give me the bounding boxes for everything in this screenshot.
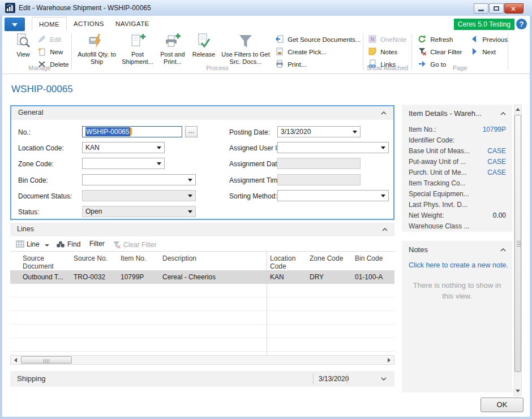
- create-note-link[interactable]: Click here to create a new note.: [409, 261, 508, 269]
- scroll-right-icon[interactable]: [388, 358, 391, 362]
- zone-code-dropdown[interactable]: [82, 158, 165, 169]
- fb-net-weight-value: 0.00: [493, 211, 506, 219]
- collapse-chevron-icon[interactable]: [500, 248, 506, 252]
- collapse-chevron-icon[interactable]: [500, 112, 506, 115]
- clear-filter-icon: [112, 240, 121, 249]
- fb-putaway-uom-link[interactable]: CASE: [487, 158, 506, 166]
- tab-navigate[interactable]: NAVIGATE: [109, 17, 156, 31]
- sorting-method-dropdown[interactable]: [277, 190, 389, 201]
- column-header-item-no[interactable]: Item No.: [121, 254, 146, 262]
- horizontal-scrollbar-thumb[interactable]: [21, 356, 72, 364]
- notes-button[interactable]: Notes: [368, 47, 397, 58]
- grid-top-border: [10, 251, 394, 252]
- find-button[interactable]: Find: [56, 240, 80, 248]
- filter-button[interactable]: Filter: [89, 240, 105, 248]
- post-shipment-button[interactable]: Post Shipment...: [120, 32, 155, 66]
- shipping-date-value[interactable]: 3/13/2020: [319, 375, 349, 383]
- tab-actions[interactable]: ACTIONS: [67, 17, 111, 31]
- column-header-source-no[interactable]: Source No.: [74, 254, 108, 262]
- vertical-scrollbar[interactable]: [514, 105, 522, 396]
- column-header-description[interactable]: Description: [162, 254, 196, 262]
- refresh-button[interactable]: Refresh: [418, 34, 453, 46]
- expand-chevron-icon[interactable]: [381, 377, 387, 381]
- get-source-documents-button[interactable]: Get Source Documents...: [275, 34, 361, 46]
- fb-purch-uom-link[interactable]: CASE: [487, 169, 506, 176]
- document-status-label: Document Status:: [18, 192, 72, 200]
- assigned-user-dropdown[interactable]: [277, 142, 389, 153]
- scroll-up-icon[interactable]: [516, 108, 520, 111]
- status-dropdown[interactable]: Open: [82, 206, 196, 217]
- divider: [347, 373, 347, 385]
- lines-clear-filter-button[interactable]: Clear Filter: [112, 240, 157, 249]
- scroll-left-icon[interactable]: [14, 358, 17, 362]
- create-pick-button[interactable]: Create Pick...: [275, 47, 327, 58]
- line-menu-button[interactable]: Line: [16, 240, 49, 248]
- new-button[interactable]: New: [37, 47, 63, 58]
- horizontal-scrollbar[interactable]: [10, 355, 394, 365]
- refresh-icon: [418, 34, 427, 44]
- autofill-qty-button[interactable]: Autofill Qty. to Ship: [75, 32, 119, 66]
- no-lookup-button[interactable]: ...: [185, 126, 198, 137]
- assignment-time-field: [277, 174, 361, 185]
- general-fasttab-header[interactable]: General: [11, 106, 393, 120]
- minimize-button[interactable]: [474, 3, 488, 14]
- previous-button[interactable]: Previous: [470, 34, 508, 46]
- grid-empty-row[interactable]: [10, 297, 394, 311]
- use-filters-button[interactable]: Use Filters to Get Src. Docs...: [218, 32, 273, 66]
- fb-base-uom-link[interactable]: CASE: [487, 147, 506, 155]
- shipping-header-label: Shipping: [17, 374, 46, 383]
- column-header-source-document[interactable]: Source Document: [23, 254, 69, 270]
- no-input[interactable]: WSHIP-00065: [82, 126, 182, 137]
- shipping-fasttab-header[interactable]: Shipping 3/13/2020: [10, 371, 394, 387]
- column-header-location-code[interactable]: Location Code: [270, 254, 303, 270]
- grid-empty-row[interactable]: [10, 325, 394, 338]
- grid-selected-row[interactable]: Outbound T... TRO-0032 10799P Cereal - C…: [10, 271, 394, 284]
- grid-empty-row[interactable]: [10, 311, 394, 325]
- fb-label: Item No.:: [409, 126, 436, 133]
- company-badge: Ceres 5.0 Testing: [454, 19, 514, 30]
- tab-home[interactable]: HOME: [32, 17, 67, 31]
- grid-empty-row[interactable]: [10, 284, 394, 297]
- ok-button[interactable]: OK: [480, 398, 524, 412]
- onenote-button[interactable]: N OneNote: [368, 34, 406, 46]
- grid-empty-row[interactable]: [10, 338, 394, 352]
- scroll-down-icon[interactable]: [516, 390, 520, 392]
- ribbon-separator: [411, 33, 412, 70]
- no-label: No.:: [18, 128, 31, 136]
- cell-source-document: Outbound T...: [23, 273, 63, 281]
- collapse-chevron-icon[interactable]: [381, 111, 387, 115]
- help-icon[interactable]: ?: [516, 19, 527, 29]
- dropdown-caret-icon: [188, 179, 192, 182]
- scrollbar-grip: [44, 359, 49, 363]
- notes-empty-text: There is nothing to show in this view.: [409, 280, 505, 302]
- app-window: Edit - Warehouse Shipment - WSHIP-00065 …: [0, 0, 532, 419]
- fb-label: Last Phys. Invt. D...: [409, 201, 467, 209]
- location-code-dropdown[interactable]: KAN: [82, 142, 165, 153]
- document-status-dropdown[interactable]: [82, 190, 196, 201]
- column-header-bin-code[interactable]: Bin Code: [355, 254, 383, 262]
- next-button[interactable]: Next: [470, 47, 496, 58]
- dropdown-caret-icon: [381, 195, 385, 197]
- application-menu-button[interactable]: [5, 18, 25, 31]
- lines-fasttab-header[interactable]: Lines: [10, 223, 394, 236]
- edit-button[interactable]: Edit: [37, 34, 61, 46]
- app-icon: [5, 3, 15, 13]
- clear-filter-button[interactable]: Clear Filter: [418, 47, 462, 58]
- autofill-qty-icon: [88, 33, 105, 50]
- item-details-factbox: Item Details - Wareh... Item No.: 10799P…: [402, 105, 512, 232]
- posting-date-dropdown[interactable]: 3/13/2020: [277, 126, 361, 137]
- release-button[interactable]: Release: [190, 32, 217, 58]
- bin-code-dropdown[interactable]: [82, 174, 196, 185]
- maximize-button[interactable]: [489, 3, 504, 14]
- collapse-chevron-icon[interactable]: [382, 228, 388, 231]
- dropdown-caret-icon: [188, 195, 192, 197]
- post-and-print-button[interactable]: Post and Print...: [156, 32, 189, 66]
- status-label: Status:: [18, 208, 39, 216]
- view-button[interactable]: View: [10, 32, 36, 58]
- column-header-zone-code[interactable]: Zone Code: [310, 254, 343, 262]
- vertical-scrollbar-thumb[interactable]: [514, 115, 521, 372]
- close-button[interactable]: ✕: [504, 3, 524, 14]
- fb-item-no-link[interactable]: 10799P: [483, 126, 506, 133]
- group-label-page: Page: [413, 64, 507, 71]
- sorting-method-label: Sorting Method:: [229, 192, 277, 200]
